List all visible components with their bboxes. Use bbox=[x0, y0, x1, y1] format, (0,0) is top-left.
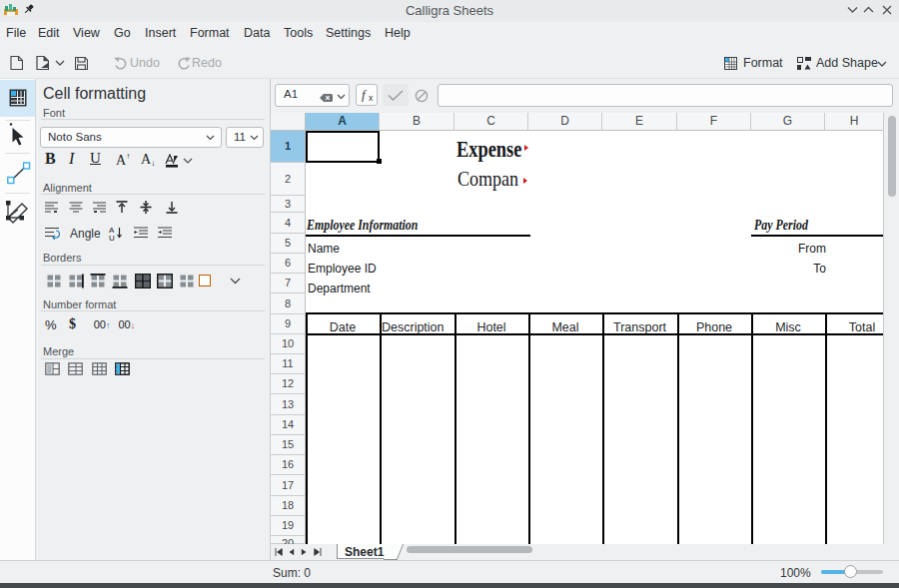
svg-text:U: U bbox=[109, 234, 115, 241]
